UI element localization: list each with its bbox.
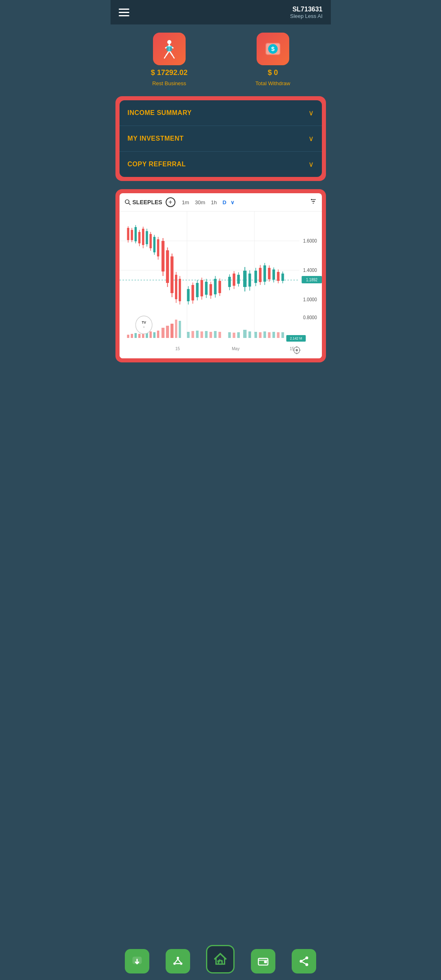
svg-rect-104: [254, 271, 257, 283]
svg-rect-140: [191, 331, 194, 338]
chart-symbol[interactable]: SLEEPLES: [124, 199, 162, 205]
svg-rect-83: [214, 279, 216, 294]
walk-icon: [159, 39, 180, 59]
svg-rect-107: [259, 268, 261, 282]
menu-button[interactable]: [119, 9, 129, 16]
chart-symbol-text: SLEEPLES: [133, 199, 162, 205]
svg-rect-89: [228, 277, 230, 287]
svg-rect-145: [214, 331, 216, 338]
tv-sub: ⌂: [143, 325, 144, 328]
svg-point-169: [177, 957, 179, 959]
svg-rect-126: [131, 334, 133, 338]
svg-rect-127: [134, 333, 137, 338]
svg-rect-26: [131, 230, 133, 240]
tf-dropdown[interactable]: ∨: [230, 199, 235, 206]
x-label-may: May: [232, 346, 240, 351]
svg-rect-74: [200, 280, 203, 296]
svg-rect-157: [277, 332, 279, 338]
svg-rect-59: [175, 275, 177, 299]
tf-D[interactable]: D: [221, 199, 228, 206]
svg-point-0: [167, 40, 171, 44]
svg-rect-154: [263, 331, 266, 338]
svg-rect-92: [233, 274, 235, 286]
svg-rect-119: [277, 272, 279, 281]
svg-rect-135: [166, 326, 168, 338]
chevron-down-icon: ∨: [308, 108, 314, 117]
svg-rect-95: [237, 275, 239, 284]
price-label-0800: 0.8000: [303, 315, 317, 320]
svg-rect-116: [272, 269, 275, 280]
svg-rect-32: [138, 232, 140, 243]
svg-point-162: [295, 349, 298, 351]
svg-rect-110: [263, 265, 266, 282]
svg-rect-133: [157, 331, 159, 338]
price-label-1600: 1.6000: [303, 238, 317, 243]
add-indicator-button[interactable]: +: [166, 197, 175, 207]
chart-inner: SLEEPLES + 1m 30m 1h D ∨: [120, 193, 322, 358]
svg-rect-141: [196, 331, 198, 338]
svg-rect-158: [281, 332, 284, 338]
svg-rect-50: [161, 241, 164, 271]
accordion-panel: INCOME SUMMARY ∨ MY INVESTMENT ∨ COPY RE…: [115, 96, 326, 181]
svg-point-183: [299, 960, 302, 963]
network-nav-button[interactable]: [166, 949, 190, 973]
svg-rect-128: [138, 334, 140, 338]
svg-text:$: $: [271, 45, 275, 52]
tf-30m[interactable]: 30m: [193, 199, 207, 206]
total-withdraw-card[interactable]: $ $ 0 Total Withdraw: [255, 33, 290, 86]
accordion-my-investment[interactable]: MY INVESTMENT ∨: [120, 126, 322, 152]
svg-rect-143: [205, 331, 207, 338]
svg-rect-155: [268, 332, 270, 338]
bottom-nav: [111, 945, 331, 980]
svg-rect-113: [268, 268, 270, 279]
svg-rect-150: [243, 330, 246, 338]
rest-business-card[interactable]: $ 17292.02 Rest Business: [151, 33, 188, 86]
network-icon: [172, 956, 184, 967]
share-nav-button[interactable]: [292, 949, 316, 973]
svg-rect-23: [127, 228, 129, 240]
filter-icon: [310, 198, 317, 205]
svg-rect-44: [153, 237, 155, 252]
svg-rect-98: [243, 271, 246, 287]
svg-rect-62: [179, 279, 181, 301]
svg-rect-151: [248, 331, 250, 338]
accordion-income-summary[interactable]: INCOME SUMMARY ∨: [120, 100, 322, 126]
svg-rect-71: [196, 283, 198, 297]
tf-1m[interactable]: 1m: [180, 199, 191, 206]
svg-rect-65: [187, 289, 189, 301]
svg-line-11: [129, 203, 131, 205]
app-name: Sleep Less AI: [290, 13, 323, 19]
tv-watermark: TV: [142, 320, 146, 324]
home-nav-button[interactable]: [206, 945, 235, 973]
svg-line-173: [178, 959, 181, 963]
accordion-copy-referral[interactable]: COPY REFERRAL ∨: [120, 152, 322, 177]
svg-rect-41: [149, 234, 152, 248]
svg-rect-68: [191, 285, 194, 300]
svg-line-185: [302, 959, 306, 961]
wallet-nav-button[interactable]: [251, 949, 275, 973]
candlestick-chart: 1.6000 1.4000 1.0000 0.8000 1.1892: [120, 212, 322, 358]
chevron-down-icon: ∨: [308, 160, 314, 169]
chart-canvas: 1.6000 1.4000 1.0000 0.8000 1.1892: [120, 212, 322, 358]
user-id: SL713631: [290, 6, 323, 13]
chart-filter-button[interactable]: [310, 198, 317, 207]
current-price-tag: 1.1892: [306, 278, 317, 282]
share-icon: [298, 956, 310, 967]
chevron-down-icon: ∨: [308, 134, 314, 143]
svg-rect-132: [153, 332, 155, 338]
svg-rect-77: [205, 282, 207, 295]
svg-rect-153: [259, 332, 261, 338]
svg-rect-29: [134, 227, 137, 241]
svg-rect-101: [248, 274, 250, 287]
svg-rect-147: [228, 332, 230, 338]
download-nav-button[interactable]: [125, 949, 149, 973]
svg-rect-131: [149, 331, 152, 338]
withdraw-icon-wrap: $: [257, 33, 289, 65]
svg-rect-148: [233, 333, 235, 338]
svg-point-182: [305, 956, 308, 959]
svg-rect-125: [127, 335, 129, 338]
price-label-1000: 1.0000: [303, 297, 317, 302]
tf-1h[interactable]: 1h: [209, 199, 218, 206]
withdraw-icon: $: [263, 39, 283, 59]
total-withdraw-label: Total Withdraw: [255, 80, 290, 86]
